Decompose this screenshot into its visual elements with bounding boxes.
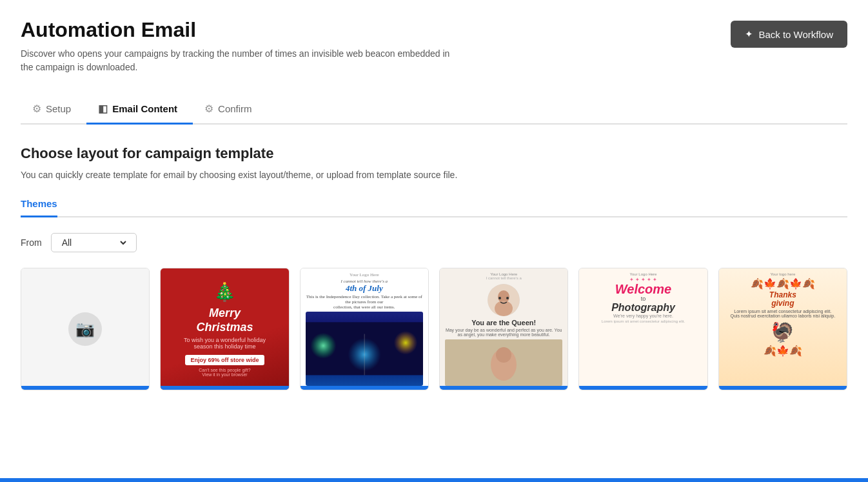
photo-logo: Your Logo Here — [630, 272, 657, 276]
camera-icon: 📷 — [68, 312, 102, 346]
tab-email-content[interactable]: ◧ Email Content — [86, 95, 193, 125]
christmas-cta: Enjoy 69% off store wide — [185, 355, 264, 365]
header-left: Automation Email Discover who opens your… — [21, 18, 459, 74]
christmas-content: 🎄 MerryChristmas To wish you a wonderful… — [161, 268, 288, 390]
july4-logo: Your Logo Here — [350, 272, 379, 277]
christmas-footer: Can't see this people gift?View it in yo… — [199, 368, 250, 377]
queen-svg — [488, 284, 520, 316]
tab-setup-label: Setup — [46, 103, 71, 114]
bottom-bar — [0, 478, 868, 482]
tab-setup[interactable]: ⚙ Setup — [21, 95, 86, 125]
arrow-icon: ✦ — [745, 28, 753, 40]
svg-point-1 — [310, 333, 336, 359]
thanks-text: Lorem ipsum sit amet consectetur adipisc… — [731, 309, 836, 318]
tab-confirm[interactable]: ⚙ Confirm — [193, 95, 268, 125]
photo-bottom: Lorem ipsum sit amet consectetur adipisc… — [602, 319, 685, 323]
filter-label: From — [21, 237, 42, 248]
template-card-queen[interactable]: Your Logo HereI cannot tell there's a Yo… — [439, 268, 568, 390]
thanks-logo: Your logo here — [770, 272, 795, 276]
queen-title: You are the Queen! — [471, 319, 536, 326]
placeholder-content: 📷 — [21, 268, 149, 390]
themes-tab[interactable]: Themes — [21, 198, 57, 217]
july4-subtitle: This is the Independence Day collection.… — [306, 294, 423, 310]
back-to-workflow-button[interactable]: ✦ Back to Workflow — [731, 21, 847, 48]
svg-point-8 — [498, 297, 501, 299]
page-header: Automation Email Discover who opens your… — [21, 18, 847, 74]
themes-tab-row: Themes — [21, 198, 847, 217]
template-card-blank[interactable]: 📷 — [21, 268, 150, 390]
queen-text: May your day be as wonderful and perfect… — [445, 328, 562, 337]
turkey-icon: 🦃 — [771, 321, 794, 343]
template-card-july4[interactable]: Your Logo Here I cannot tell how there's… — [300, 268, 429, 390]
christmas-sub: To wish you a wonderful holidayseason th… — [184, 337, 266, 350]
from-filter-select[interactable]: All My Templates System — [51, 233, 137, 252]
tab-email-content-label: Email Content — [112, 103, 177, 114]
july4-content: Your Logo Here I cannot tell how there's… — [301, 268, 428, 390]
thanks-title: Thanksgiving — [769, 291, 796, 308]
queen-bottom-image — [445, 339, 562, 386]
photo-welcome: Welcome — [615, 283, 671, 296]
svg-point-9 — [506, 297, 509, 299]
tab-bar: ⚙ Setup ◧ Email Content ⚙ Confirm — [21, 95, 847, 125]
queen-content: Your Logo HereI cannot tell there's a Yo… — [440, 268, 567, 390]
svg-point-3 — [393, 331, 417, 354]
template-card-thanksgiving[interactable]: Your logo here 🍂🍁🍂🍁🍂 Thanksgiving Lorem … — [718, 268, 847, 390]
layers-icon: ◧ — [98, 103, 108, 115]
filter-row: From All My Templates System — [21, 233, 847, 252]
thanks-leaves-bottom-icon: 🍂🍁🍂 — [764, 345, 802, 357]
christmas-title: MerryChristmas — [196, 306, 253, 334]
queen-circle-image — [488, 284, 520, 316]
photo-title: Photography — [611, 302, 675, 314]
svg-point-12 — [496, 347, 511, 363]
section-desc: You can quickly create template for emai… — [21, 170, 847, 180]
thanks-content: Your logo here 🍂🍁🍂🍁🍂 Thanksgiving Lorem … — [719, 268, 847, 390]
back-button-label: Back to Workflow — [758, 29, 833, 40]
queen-bottom-svg — [465, 345, 542, 381]
gear-icon-2: ⚙ — [204, 103, 213, 115]
template-card-christmas[interactable]: 🎄 MerryChristmas To wish you a wonderful… — [160, 268, 289, 390]
page-title: Automation Email — [21, 18, 459, 42]
template-card-photography[interactable]: Your Logo Here ✦ ✦ ✦ ✦ ✦ Welcome to Phot… — [578, 268, 707, 390]
christmas-tree-icon: 🎄 — [213, 281, 236, 303]
from-filter-dropdown[interactable]: All My Templates System — [59, 237, 128, 248]
page-subtitle: Discover who opens your campaigns by tra… — [21, 47, 459, 74]
photo-subtitle: We're very happy you're here. — [613, 314, 673, 318]
queen-logo: Your Logo HereI cannot tell there's a — [486, 272, 522, 280]
july4-fireworks — [306, 312, 423, 386]
photo-content: Your Logo Here ✦ ✦ ✦ ✦ ✦ Welcome to Phot… — [579, 268, 707, 390]
tab-confirm-label: Confirm — [218, 103, 252, 114]
fireworks-svg — [306, 312, 423, 386]
july4-title: 4th of July — [346, 284, 383, 293]
gear-icon: ⚙ — [32, 103, 41, 115]
templates-grid: 📷 🎄 MerryChristmas To wish you a wonderf… — [21, 268, 847, 390]
section-title: Choose layout for campaign template — [21, 145, 847, 162]
thanks-leaves-top-icon: 🍂🍁🍂🍁🍂 — [751, 277, 815, 290]
photo-to: to — [641, 296, 646, 302]
